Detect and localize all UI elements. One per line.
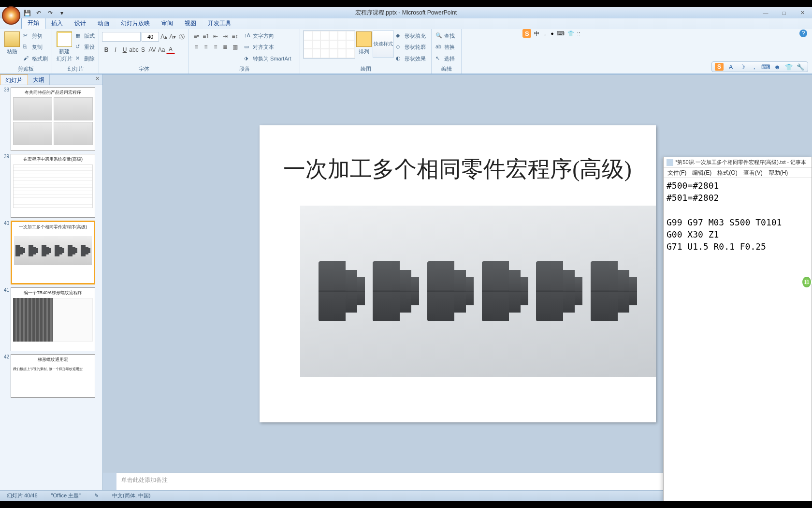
save-icon[interactable]: 💾: [23, 9, 31, 17]
shape-outline-button[interactable]: ◇形状轮廓: [395, 43, 427, 51]
slide-parts-image[interactable]: [300, 206, 656, 377]
tab-animation[interactable]: 动画: [92, 18, 115, 29]
ime-face-icon[interactable]: ☻: [773, 63, 782, 71]
ime-mic-icon[interactable]: ●: [551, 30, 554, 36]
shape-gallery[interactable]: [303, 30, 355, 59]
ime-mode[interactable]: 中: [534, 30, 539, 37]
tab-insert[interactable]: 插入: [45, 18, 69, 29]
status-spellcheck-icon[interactable]: ✎: [91, 493, 102, 499]
notepad-content[interactable]: #500=#2801 #501=#2802 G99 G97 M03 S500 T…: [664, 178, 812, 501]
ime-floating-badge[interactable]: S: [715, 63, 724, 71]
align-text-button[interactable]: ▭对齐文本: [243, 43, 292, 51]
close-button[interactable]: ✕: [797, 9, 808, 17]
side-badge[interactable]: 11: [801, 276, 812, 288]
notepad-menu-file[interactable]: 文件(F): [667, 169, 686, 176]
ime-comma-icon[interactable]: ，: [750, 63, 758, 71]
replace-button[interactable]: ab替换: [435, 43, 456, 51]
font-size-select[interactable]: [142, 32, 159, 42]
clear-format-icon[interactable]: Ⓐ: [178, 32, 186, 41]
maximize-button[interactable]: □: [778, 9, 790, 17]
ime-menu-icon[interactable]: ::: [577, 30, 580, 36]
thumb-38[interactable]: 38 有共同特征的产品通用宏程序: [2, 87, 101, 151]
new-slide-button[interactable]: 新建 幻灯片: [55, 30, 73, 64]
find-button[interactable]: 🔍查找: [435, 32, 456, 40]
notepad-title-bar[interactable]: *第50课.一次加工多个相同零件宏程序(高级).txt - 记事本: [664, 157, 812, 168]
ime-punct-icon[interactable]: ，: [542, 30, 548, 37]
thumbnails-list[interactable]: 38 有共同特征的产品通用宏程序 39 在宏程序中调用系统变量(高级) 40: [0, 85, 102, 490]
tab-design[interactable]: 设计: [69, 18, 92, 29]
help-icon[interactable]: ?: [799, 30, 807, 37]
quick-style-button[interactable]: 快速样式: [373, 30, 394, 58]
ime-shirt-icon[interactable]: 👕: [784, 63, 793, 71]
ime-skin-icon[interactable]: 👕: [567, 30, 574, 37]
ime-kb-icon[interactable]: ⌨: [761, 63, 770, 71]
minimize-button[interactable]: —: [760, 9, 771, 17]
font-family-select[interactable]: [102, 32, 141, 42]
reset-button[interactable]: ↺重设: [74, 43, 96, 51]
tab-slideshow[interactable]: 幻灯片放映: [115, 18, 156, 29]
paste-button[interactable]: 粘贴: [3, 30, 21, 64]
arrange-button[interactable]: 排列: [356, 30, 372, 64]
line-spacing-icon[interactable]: ≡↕: [231, 32, 239, 41]
char-spacing-icon[interactable]: AV: [148, 45, 157, 54]
shape-effects-button[interactable]: ◐形状效果: [395, 55, 427, 63]
align-center-icon[interactable]: ≡: [202, 43, 210, 51]
decrease-font-icon[interactable]: A▾: [169, 32, 176, 41]
indent-left-icon[interactable]: ⇤: [211, 32, 220, 41]
shadow-icon[interactable]: S: [139, 45, 147, 54]
notepad-menu-format[interactable]: 格式(O): [717, 169, 737, 176]
notepad-menu-help[interactable]: 帮助(H): [768, 169, 788, 176]
slide-title[interactable]: 一次加工多个相同零件宏程序(高级): [274, 154, 641, 184]
ime-badge[interactable]: S: [522, 29, 531, 38]
panel-tab-slides[interactable]: 幻灯片: [0, 75, 28, 85]
tab-view[interactable]: 视图: [179, 18, 202, 29]
tab-review[interactable]: 审阅: [156, 18, 179, 29]
smartart-button[interactable]: ⬗转换为 SmartArt: [243, 55, 292, 63]
panel-close-icon[interactable]: ✕: [92, 75, 102, 85]
qat-dropdown-icon[interactable]: ▾: [58, 9, 66, 17]
delete-button[interactable]: ✕删除: [74, 55, 96, 63]
ime-keyboard-icon[interactable]: ⌨: [557, 30, 565, 37]
panel-tab-outline[interactable]: 大纲: [28, 75, 50, 85]
status-language[interactable]: 中文(简体, 中国): [109, 492, 153, 499]
part-4: [482, 261, 528, 321]
indent-right-icon[interactable]: ⇥: [221, 32, 230, 41]
align-right-icon[interactable]: ≡: [211, 43, 220, 51]
thumb-41[interactable]: 41 编一个TR40*6梯形螺纹宏程序: [2, 287, 101, 351]
layout-button[interactable]: ▦版式: [74, 32, 96, 40]
strike-icon[interactable]: abc: [130, 45, 138, 54]
copy-button[interactable]: ⎘复制: [22, 43, 49, 51]
numbering-icon[interactable]: ≡1: [202, 32, 210, 41]
ribbon-tabs: 开始 插入 设计 动画 幻灯片放映 审阅 视图 开发工具: [0, 18, 812, 29]
select-button[interactable]: ↖选择: [435, 55, 456, 63]
justify-icon[interactable]: ≣: [221, 43, 230, 51]
font-color-icon[interactable]: A: [166, 45, 175, 54]
notepad-menu-edit[interactable]: 编辑(E): [692, 169, 711, 176]
change-case-icon[interactable]: Aa: [157, 45, 166, 54]
tab-home[interactable]: 开始: [21, 17, 45, 29]
text-direction-button[interactable]: ↕A文字方向: [243, 32, 292, 40]
ribbon-container: 开始 插入 设计 动画 幻灯片放映 审阅 视图 开发工具 S 中 ， ● ⌨ 👕…: [0, 18, 812, 75]
increase-font-icon[interactable]: A▴: [160, 32, 168, 41]
cut-button[interactable]: ✂剪切: [22, 32, 49, 40]
bullets-icon[interactable]: ≡•: [192, 32, 201, 41]
current-slide[interactable]: 一次加工多个相同零件宏程序(高级): [260, 125, 656, 422]
columns-icon[interactable]: ▥: [231, 43, 239, 51]
undo-icon[interactable]: ↶: [35, 9, 43, 17]
tab-developer[interactable]: 开发工具: [202, 18, 237, 29]
italic-icon[interactable]: I: [111, 45, 120, 54]
bold-icon[interactable]: B: [102, 45, 111, 54]
underline-icon[interactable]: U: [120, 45, 129, 54]
thumb-40[interactable]: 40 一次加工多个相同零件宏程序(高级): [2, 221, 101, 284]
shape-fill-button[interactable]: ◆形状填充: [395, 32, 427, 40]
thumb-39[interactable]: 39 在宏程序中调用系统变量(高级): [2, 154, 101, 218]
redo-icon[interactable]: ↷: [46, 9, 54, 17]
ime-moon-icon[interactable]: ☽: [738, 63, 747, 71]
painter-button[interactable]: 🖌格式刷: [22, 55, 49, 63]
notepad-menu-view[interactable]: 查看(V): [743, 169, 763, 176]
ime-a-icon[interactable]: A: [726, 63, 735, 71]
ime-wrench-icon[interactable]: 🔧: [796, 63, 805, 71]
thumb-42[interactable]: 42 梯形螺纹通用宏 我们根据上节课的素材, 做一个梯形螺纹通用宏: [2, 354, 101, 398]
office-button[interactable]: [2, 6, 20, 25]
align-left-icon[interactable]: ≡: [192, 43, 201, 51]
